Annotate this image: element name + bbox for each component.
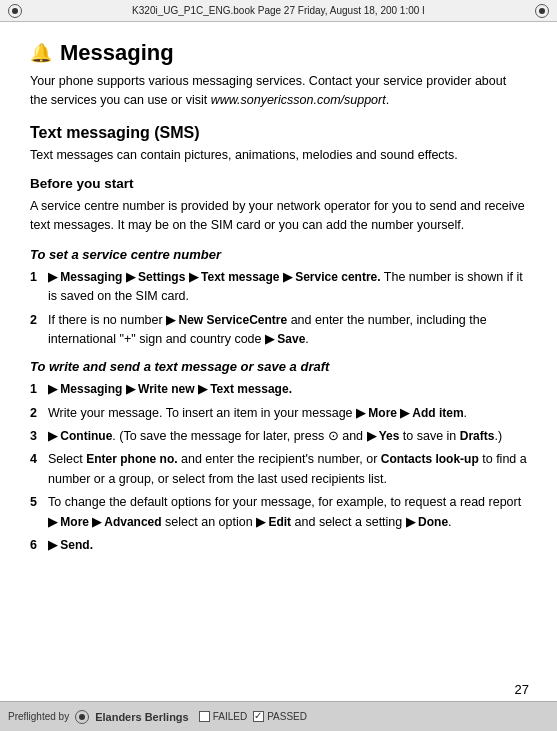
bottom-logo: Elanders Berlings [95, 711, 189, 723]
procedure-write-send: To write and send a text message or save… [30, 359, 527, 555]
page-title: Messaging [60, 40, 174, 66]
step-num-1b: 1 [30, 380, 44, 399]
step-content-6b: ▶ Send. [48, 536, 527, 555]
intro-link: www.sonyericsson.com/support [211, 93, 386, 107]
steps-write-send: 1 ▶ Messaging ▶ Write new ▶ Text message… [30, 380, 527, 555]
intro-paragraph: Your phone supports various messaging se… [30, 72, 527, 110]
step-num-1a: 1 [30, 268, 44, 287]
step-num-2a: 2 [30, 311, 44, 330]
passed-checkbox [253, 711, 264, 722]
step-content-3b: ▶ Continue. (To save the message for lat… [48, 427, 527, 446]
main-content: 🔔 Messaging Your phone supports various … [0, 22, 557, 701]
step-5b: 5 To change the default options for your… [30, 493, 527, 532]
failed-label: FAILED [213, 711, 247, 722]
procedure-set-service-centre: To set a service centre number 1 ▶ Messa… [30, 247, 527, 350]
failed-checkbox [199, 711, 210, 722]
section-before-start-body: A service centre number is provided by y… [30, 197, 527, 235]
procedure-set-service-centre-heading: To set a service centre number [30, 247, 527, 262]
top-right-mark [535, 4, 549, 18]
step-num-4b: 4 [30, 450, 44, 469]
step-2b: 2 Write your message. To insert an item … [30, 404, 527, 423]
section-sms-body: Text messages can contain pictures, anim… [30, 146, 527, 165]
step-num-3b: 3 [30, 427, 44, 446]
section-before-start-heading: Before you start [30, 176, 527, 191]
step-content-2b: Write your message. To insert an item in… [48, 404, 527, 423]
passed-label: PASSED [267, 711, 307, 722]
header-bar: K320i_UG_P1C_ENG.book Page 27 Friday, Au… [0, 0, 557, 22]
step-content-1b: ▶ Messaging ▶ Write new ▶ Text message. [48, 380, 527, 399]
section-sms-heading: Text messaging (SMS) [30, 124, 527, 142]
step-content-4b: Select Enter phone no. and enter the rec… [48, 450, 527, 489]
steps-set-service-centre: 1 ▶ Messaging ▶ Settings ▶ Text message … [30, 268, 527, 350]
step-4b: 4 Select Enter phone no. and enter the r… [30, 450, 527, 489]
bottom-left-circle [75, 710, 89, 724]
section-before-start: Before you start A service centre number… [30, 176, 527, 235]
step-1a: 1 ▶ Messaging ▶ Settings ▶ Text message … [30, 268, 527, 307]
top-left-mark [8, 4, 22, 18]
step-3b: 3 ▶ Continue. (To save the message for l… [30, 427, 527, 446]
step-num-2b: 2 [30, 404, 44, 423]
page-container: K320i_UG_P1C_ENG.book Page 27 Friday, Au… [0, 0, 557, 731]
step-num-5b: 5 [30, 493, 44, 512]
step-content-2a: If there is no number ▶ New ServiceCentr… [48, 311, 527, 350]
preflight-label: Preflighted by [8, 711, 69, 722]
procedure-write-send-heading: To write and send a text message or save… [30, 359, 527, 374]
step-num-6b: 6 [30, 536, 44, 555]
header-book-info: K320i_UG_P1C_ENG.book Page 27 Friday, Au… [132, 5, 425, 16]
bottom-bar: Preflighted by Elanders Berlings FAILED … [0, 701, 557, 731]
section-sms: Text messaging (SMS) Text messages can c… [30, 124, 527, 165]
page-heading: 🔔 Messaging [30, 40, 527, 66]
step-content-5b: To change the default options for your m… [48, 493, 527, 532]
step-6b: 6 ▶ Send. [30, 536, 527, 555]
step-content-1a: ▶ Messaging ▶ Settings ▶ Text message ▶ … [48, 268, 527, 307]
step-1b: 1 ▶ Messaging ▶ Write new ▶ Text message… [30, 380, 527, 399]
bell-icon: 🔔 [30, 42, 52, 64]
step-2a: 2 If there is no number ▶ New ServiceCen… [30, 311, 527, 350]
page-number: 27 [515, 682, 529, 697]
